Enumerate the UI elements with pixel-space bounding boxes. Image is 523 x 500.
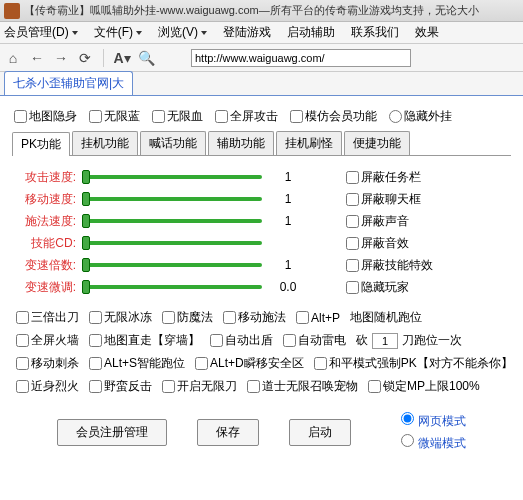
- slider-speed-fine[interactable]: [82, 285, 262, 289]
- app-icon: [4, 3, 20, 19]
- check-move-cast[interactable]: 移动施法: [223, 309, 286, 326]
- label-skill-cd: 技能CD:: [16, 235, 76, 252]
- label-slash-suffix: 刀跑位一次: [402, 332, 462, 349]
- tab-convenient[interactable]: 便捷功能: [344, 131, 410, 155]
- check-map-stealth[interactable]: 地图隐身: [14, 108, 77, 125]
- toolbar: ⌂ ← → ⟳ A▾ 🔍: [0, 44, 523, 72]
- options-grid: 三倍出刀 无限冰冻 防魔法 移动施法 Alt+P 地图随机跑位 全屏火墙 地图直…: [6, 302, 517, 402]
- check-peace-pk[interactable]: 和平模式强制PK【对方不能杀你】: [314, 355, 513, 372]
- label-map-random: 地图随机跑位: [350, 309, 422, 326]
- tab-grind[interactable]: 挂机刷怪: [276, 131, 342, 155]
- val-speed-mult: 1: [268, 258, 308, 272]
- slider-speed-mult[interactable]: [82, 263, 262, 267]
- check-alt-p[interactable]: Alt+P: [296, 311, 340, 325]
- content: 地图隐身 无限蓝 无限血 全屏攻击 模仿会员功能 隐藏外挂 PK功能 挂机功能 …: [0, 96, 523, 464]
- start-button[interactable]: 启动: [289, 419, 351, 446]
- slider-move-speed[interactable]: [82, 197, 262, 201]
- val-cast-speed: 1: [268, 214, 308, 228]
- separator: [103, 49, 104, 67]
- subtabs: PK功能 挂机功能 喊话功能 辅助功能 挂机刷怪 便捷功能: [12, 131, 511, 156]
- menu-member[interactable]: 会员管理(D): [4, 24, 78, 41]
- check-auto-shield[interactable]: 自动出盾: [210, 332, 273, 349]
- check-inf-summon[interactable]: 道士无限召唤宠物: [247, 378, 358, 395]
- check-anti-magic[interactable]: 防魔法: [162, 309, 213, 326]
- tab-hangup[interactable]: 挂机功能: [72, 131, 138, 155]
- menu-start[interactable]: 启动辅助: [287, 24, 335, 41]
- check-auto-thunder[interactable]: 自动雷电: [283, 332, 346, 349]
- browser-tabstrip: 七杀小歪辅助官网|大: [0, 72, 523, 96]
- check-barbaric[interactable]: 野蛮反击: [89, 378, 152, 395]
- tab-pk[interactable]: PK功能: [12, 132, 70, 156]
- save-button[interactable]: 保存: [197, 419, 259, 446]
- back-icon[interactable]: ←: [28, 49, 46, 67]
- label-kan: 砍: [356, 332, 368, 349]
- label-move-speed: 移动速度:: [16, 191, 76, 208]
- menu-view[interactable]: 浏览(V): [158, 24, 207, 41]
- radio-web-mode[interactable]: 网页模式: [401, 412, 465, 430]
- val-atk-speed: 1: [268, 170, 308, 184]
- val-move-speed: 1: [268, 192, 308, 206]
- check-hide-taskbar[interactable]: 屏蔽任务栏: [346, 166, 516, 188]
- menu-login[interactable]: 登陆游戏: [223, 24, 271, 41]
- check-map-straight[interactable]: 地图直走【穿墙】: [89, 332, 200, 349]
- tab-assist[interactable]: 辅助功能: [208, 131, 274, 155]
- right-checks: 屏蔽任务栏 屏蔽聊天框 屏蔽声音 屏蔽音效 屏蔽技能特效 隐藏玩家: [346, 166, 516, 298]
- label-speed-fine: 变速微调:: [16, 279, 76, 296]
- forward-icon[interactable]: →: [52, 49, 70, 67]
- check-screen-firewall[interactable]: 全屏火墙: [16, 332, 79, 349]
- url-input[interactable]: [191, 49, 411, 67]
- top-options-row: 地图隐身 无限蓝 无限血 全屏攻击 模仿会员功能 隐藏外挂: [6, 104, 517, 129]
- radio-hide-hack[interactable]: 隐藏外挂: [389, 108, 452, 125]
- check-mute-sfx[interactable]: 屏蔽音效: [346, 232, 516, 254]
- mode-radios: 网页模式 微端模式: [401, 412, 465, 452]
- check-mock-member[interactable]: 模仿会员功能: [290, 108, 377, 125]
- check-lock-mp[interactable]: 锁定MP上限100%: [368, 378, 480, 395]
- check-close-fire[interactable]: 近身烈火: [16, 378, 79, 395]
- home-icon[interactable]: ⌂: [4, 49, 22, 67]
- check-mute-sound[interactable]: 屏蔽声音: [346, 210, 516, 232]
- input-slash-count[interactable]: [372, 333, 398, 349]
- browser-tab[interactable]: 七杀小歪辅助官网|大: [4, 71, 133, 95]
- check-inf-hp[interactable]: 无限血: [152, 108, 203, 125]
- menu-file[interactable]: 文件(F): [94, 24, 142, 41]
- check-hide-players[interactable]: 隐藏玩家: [346, 276, 516, 298]
- check-hide-chat[interactable]: 屏蔽聊天框: [346, 188, 516, 210]
- button-row: 会员注册管理 保存 启动 网页模式 微端模式: [6, 402, 517, 456]
- check-inf-freeze[interactable]: 无限冰冻: [89, 309, 152, 326]
- slider-atk-speed[interactable]: [82, 175, 262, 179]
- font-icon[interactable]: A▾: [113, 49, 131, 67]
- check-alt-s[interactable]: ALt+S智能跑位: [89, 355, 185, 372]
- val-speed-fine: 0.0: [268, 280, 308, 294]
- label-cast-speed: 施法速度:: [16, 213, 76, 230]
- check-hide-skill-fx[interactable]: 屏蔽技能特效: [346, 254, 516, 276]
- main-area: 攻击速度: 1 移动速度: 1 施法速度: 1 技能CD: 变速倍数:: [6, 156, 517, 302]
- check-inf-mana[interactable]: 无限蓝: [89, 108, 140, 125]
- check-inf-blade[interactable]: 开启无限刀: [162, 378, 237, 395]
- member-register-button[interactable]: 会员注册管理: [57, 419, 167, 446]
- radio-micro-mode[interactable]: 微端模式: [401, 434, 465, 452]
- check-screen-attack[interactable]: 全屏攻击: [215, 108, 278, 125]
- search-icon[interactable]: 🔍: [137, 49, 155, 67]
- menubar: 会员管理(D) 文件(F) 浏览(V) 登陆游戏 启动辅助 联系我们 效果: [0, 22, 523, 44]
- check-move-stab[interactable]: 移动刺杀: [16, 355, 79, 372]
- menu-effect[interactable]: 效果: [415, 24, 439, 41]
- refresh-icon[interactable]: ⟳: [76, 49, 94, 67]
- titlebar: 【传奇霸业】呱呱辅助外挂-www.waiguawg.com—所有平台的传奇霸业游…: [0, 0, 523, 22]
- check-alt-d[interactable]: ALt+D瞬移安全区: [195, 355, 304, 372]
- title-text: 【传奇霸业】呱呱辅助外挂-www.waiguawg.com—所有平台的传奇霸业游…: [24, 3, 479, 18]
- menu-contact[interactable]: 联系我们: [351, 24, 399, 41]
- label-speed-mult: 变速倍数:: [16, 257, 76, 274]
- tab-shout[interactable]: 喊话功能: [140, 131, 206, 155]
- slider-cast-speed[interactable]: [82, 219, 262, 223]
- check-triple-slash[interactable]: 三倍出刀: [16, 309, 79, 326]
- slider-skill-cd[interactable]: [82, 241, 262, 245]
- label-atk-speed: 攻击速度:: [16, 169, 76, 186]
